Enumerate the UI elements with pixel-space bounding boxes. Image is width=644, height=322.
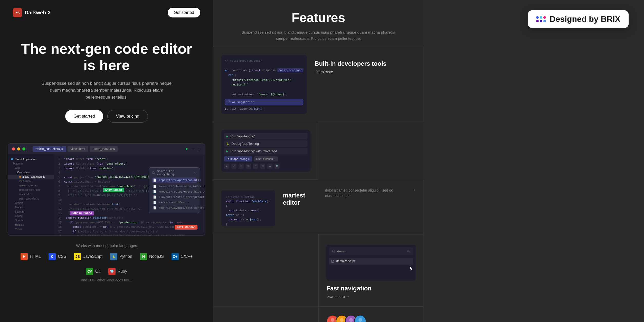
html-icon: H bbox=[21, 253, 28, 260]
hero-buttons: Get started View pricing bbox=[21, 110, 193, 123]
brix-dot-1 bbox=[536, 16, 539, 19]
search-shortcut: ⌘/ bbox=[194, 171, 197, 174]
feature-card-martest: // async function async function fetchDa… bbox=[213, 180, 424, 234]
brix-dot-4 bbox=[536, 20, 539, 22]
nav-visual: demo ⌘/ demoPage.jsx bbox=[326, 245, 416, 281]
toolbar-icon-clock[interactable]: ⏱ bbox=[239, 164, 244, 169]
lang-label-css: CSS bbox=[58, 254, 66, 259]
toolbar-icon-check[interactable]: ✓ bbox=[231, 164, 236, 169]
feature-card-builtin-learn-more[interactable]: Learn more bbox=[315, 70, 386, 74]
ai-suggestion-badge: AI suggestion bbox=[225, 99, 303, 105]
lang-label-csharp: C# bbox=[95, 269, 100, 274]
hero-section: Darkweb X Get started The next-gen code … bbox=[0, 0, 213, 322]
svg-point-15 bbox=[349, 318, 353, 322]
tree-item-config: Config bbox=[8, 214, 54, 218]
toolbar-icon-grid[interactable]: ⊞ bbox=[246, 164, 251, 169]
toolbar-icon-search[interactable]: 🔍 bbox=[274, 164, 280, 169]
tree-item-proactor[interactable]: proactor.conf.node bbox=[8, 188, 54, 192]
editor-tabs: article_controllers.js views.html users_… bbox=[33, 146, 118, 152]
feature-row-2: // async function async function fetchDa… bbox=[213, 180, 424, 307]
editor-tab-views[interactable]: views.html bbox=[68, 146, 88, 152]
lang-label-nodejs: NodeJS bbox=[149, 254, 164, 259]
run-tab-function[interactable]: Run: function... bbox=[254, 156, 278, 162]
toolbar-icon-play[interactable]: ▶ bbox=[224, 164, 229, 169]
lang-label-python: Python bbox=[119, 254, 132, 259]
tree-item-controllers: Controllers bbox=[8, 170, 54, 175]
hero-view-pricing-button[interactable]: View pricing bbox=[107, 110, 148, 123]
run-tab-app-testing[interactable]: Run: appTesting × bbox=[224, 156, 252, 162]
toolbar-icon-layers[interactable]: ⊟ bbox=[260, 164, 265, 169]
teamwork-visual: Efficient teamwork Learn more → bbox=[326, 315, 381, 322]
file-icon bbox=[331, 260, 334, 263]
tree-item-manifest[interactable]: manifest.cs bbox=[8, 192, 54, 196]
tree-item-users-index[interactable]: users_index.css bbox=[8, 183, 54, 188]
toolbar-icon-1 bbox=[191, 147, 195, 151]
lang-item-html: H HTML bbox=[21, 253, 41, 260]
feature-card-martest-title: martest editor bbox=[283, 192, 317, 206]
cursor-icon bbox=[410, 266, 413, 271]
svg-marker-10 bbox=[410, 267, 412, 270]
toolbar-icon-2 bbox=[197, 147, 201, 151]
tree-item-article-controllers[interactable]: article_controllers.js bbox=[8, 175, 54, 179]
tree-item-assets: Assets bbox=[8, 201, 54, 205]
svg-point-8 bbox=[332, 250, 334, 252]
feature-row-3: Efficient teamwork Learn more → bbox=[213, 307, 424, 322]
svg-line-4 bbox=[154, 173, 155, 174]
nav-get-started-button[interactable]: Get started bbox=[168, 8, 200, 17]
feature-card-navigation: demo ⌘/ demoPage.jsx Fast navigation bbox=[318, 234, 424, 307]
toolbar-icon-warning[interactable]: △ bbox=[253, 164, 258, 169]
features-description: Suspendisse sed sit non blandit augue cu… bbox=[241, 29, 395, 42]
user-label-sophie: Sophie Moore bbox=[70, 211, 94, 215]
tree-item-views2: Views bbox=[8, 227, 54, 231]
run-tabs: Run: appTesting × Run: function... bbox=[224, 156, 307, 162]
code-snippet-visual: // /platform/app/docs/ me, count) => { c… bbox=[221, 55, 307, 114]
nav-file-name: demoPage.jsx bbox=[336, 259, 356, 263]
editor-tab-users[interactable]: users_index.css bbox=[90, 146, 118, 152]
feature-card-navigation-learn-more[interactable]: Learn more → bbox=[326, 295, 416, 299]
avatar-group bbox=[326, 315, 381, 322]
play-icon bbox=[185, 147, 189, 151]
nav-search-input[interactable]: demo bbox=[332, 249, 346, 253]
svg-point-17 bbox=[358, 318, 362, 322]
languages-section: Works with most popular languages H HTML… bbox=[0, 236, 213, 290]
editor-body: Cloud Application Platform App Controlle… bbox=[8, 154, 205, 236]
tree-item-views[interactable]: views.html bbox=[8, 179, 54, 183]
hero-description: Suspendisse sed sit non blandit augue cu… bbox=[40, 80, 173, 101]
search-icon bbox=[152, 171, 155, 174]
lang-item-csharp: C# C# bbox=[86, 268, 100, 275]
traffic-light-red bbox=[12, 147, 15, 150]
css-icon: C bbox=[49, 253, 56, 260]
nav-search-icon bbox=[332, 250, 335, 253]
hero-nav: Darkweb X Get started bbox=[0, 0, 213, 25]
nodejs-icon: N bbox=[140, 253, 147, 260]
lang-item-ruby: 💎 Ruby bbox=[108, 268, 127, 275]
lang-label-html: HTML bbox=[30, 254, 41, 259]
run-config-coverage-label: Run 'appTesting' with Coverage bbox=[230, 149, 277, 153]
traffic-light-green bbox=[22, 147, 25, 150]
run-configs-list: ▶ Run 'appTesting' 🐛 Debug 'appTesting' … bbox=[224, 133, 307, 154]
feature-card-teamwork: Efficient teamwork Learn more → bbox=[318, 307, 424, 322]
brix-dot-5 bbox=[540, 20, 542, 22]
js-icon: JS bbox=[74, 253, 81, 260]
toolbar-icon-cloud[interactable]: ☁ bbox=[267, 164, 272, 169]
martest-learn-more-container: → bbox=[412, 188, 416, 192]
tree-item-layouts: Layouts bbox=[8, 210, 54, 214]
run-config-run: ▶ Run 'appTesting' bbox=[224, 133, 307, 139]
feature-card-martest-learn-more[interactable]: → bbox=[412, 188, 416, 192]
tree-item-path-controller[interactable]: path_controller.rb bbox=[8, 196, 54, 201]
ruby-icon: 💎 bbox=[108, 268, 116, 275]
search-result-item: 📄/assets/manifest.c bbox=[152, 200, 197, 205]
svg-rect-2 bbox=[198, 148, 200, 150]
feature-card-navigation-title: Fast navigation bbox=[326, 285, 416, 292]
lang-item-cpp: C+ C/C++ bbox=[172, 253, 193, 260]
editor-tab-active[interactable]: article_controllers.js bbox=[33, 146, 66, 152]
feature-row-1: // /platform/app/docs/ me, count) => { c… bbox=[213, 47, 424, 180]
hero-get-started-button[interactable]: Get started bbox=[65, 110, 103, 123]
languages-title: Works with most popular languages bbox=[13, 243, 200, 248]
hero-content: The next-gen code editor is here Suspend… bbox=[0, 25, 213, 143]
ai-suggestion-text: AI suggestion bbox=[232, 100, 254, 104]
learn-more-text: Learn more bbox=[326, 295, 345, 299]
nav-shortcut: ⌘/ bbox=[406, 250, 410, 253]
features-header: Features Suspendisse sed sit non blandit… bbox=[213, 0, 424, 47]
search-popup: Search for everything ⌘/ 📄2/platform/app… bbox=[149, 167, 200, 213]
